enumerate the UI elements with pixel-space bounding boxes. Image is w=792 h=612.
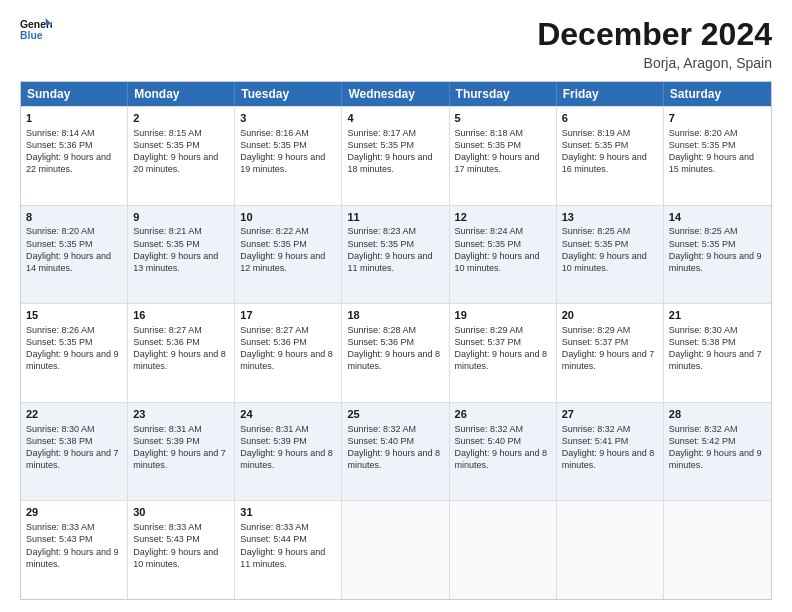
daylight-text: Daylight: 9 hours and 9 minutes. — [26, 547, 119, 569]
sunset-text: Sunset: 5:35 PM — [26, 239, 93, 249]
sunset-text: Sunset: 5:37 PM — [562, 337, 629, 347]
daylight-text: Daylight: 9 hours and 8 minutes. — [347, 448, 440, 470]
cell-2-sun: 8 Sunrise: 8:20 AM Sunset: 5:35 PM Dayli… — [21, 206, 128, 304]
daylight-text: Daylight: 9 hours and 17 minutes. — [455, 152, 540, 174]
daylight-text: Daylight: 9 hours and 13 minutes. — [133, 251, 218, 273]
cell-3-thu: 19 Sunrise: 8:29 AM Sunset: 5:37 PM Dayl… — [450, 304, 557, 402]
daylight-text: Daylight: 9 hours and 7 minutes. — [26, 448, 119, 470]
day-num: 19 — [455, 308, 551, 323]
sunrise-text: Sunrise: 8:23 AM — [347, 226, 416, 236]
cell-5-sat-empty — [664, 501, 771, 599]
sunrise-text: Sunrise: 8:28 AM — [347, 325, 416, 335]
sunrise-text: Sunrise: 8:19 AM — [562, 128, 631, 138]
daylight-text: Daylight: 9 hours and 7 minutes. — [133, 448, 226, 470]
day-num: 3 — [240, 111, 336, 126]
daylight-text: Daylight: 9 hours and 20 minutes. — [133, 152, 218, 174]
cell-2-wed: 11 Sunrise: 8:23 AM Sunset: 5:35 PM Dayl… — [342, 206, 449, 304]
cell-3-wed: 18 Sunrise: 8:28 AM Sunset: 5:36 PM Dayl… — [342, 304, 449, 402]
cell-5-fri-empty — [557, 501, 664, 599]
cell-2-fri: 13 Sunrise: 8:25 AM Sunset: 5:35 PM Dayl… — [557, 206, 664, 304]
sunset-text: Sunset: 5:35 PM — [347, 140, 414, 150]
day-num: 30 — [133, 505, 229, 520]
day-num: 20 — [562, 308, 658, 323]
sunrise-text: Sunrise: 8:25 AM — [562, 226, 631, 236]
sunset-text: Sunset: 5:36 PM — [240, 337, 307, 347]
cell-1-mon: 2 Sunrise: 8:15 AM Sunset: 5:35 PM Dayli… — [128, 107, 235, 205]
sunset-text: Sunset: 5:35 PM — [669, 239, 736, 249]
subtitle: Borja, Aragon, Spain — [537, 55, 772, 71]
daylight-text: Daylight: 9 hours and 10 minutes. — [133, 547, 218, 569]
daylight-text: Daylight: 9 hours and 19 minutes. — [240, 152, 325, 174]
daylight-text: Daylight: 9 hours and 8 minutes. — [240, 448, 333, 470]
cell-1-thu: 5 Sunrise: 8:18 AM Sunset: 5:35 PM Dayli… — [450, 107, 557, 205]
daylight-text: Daylight: 9 hours and 16 minutes. — [562, 152, 647, 174]
sunrise-text: Sunrise: 8:20 AM — [669, 128, 738, 138]
day-num: 27 — [562, 407, 658, 422]
day-num: 6 — [562, 111, 658, 126]
day-num: 12 — [455, 210, 551, 225]
daylight-text: Daylight: 9 hours and 10 minutes. — [562, 251, 647, 273]
sunset-text: Sunset: 5:39 PM — [133, 436, 200, 446]
cell-5-sun: 29 Sunrise: 8:33 AM Sunset: 5:43 PM Dayl… — [21, 501, 128, 599]
header-tuesday: Tuesday — [235, 82, 342, 106]
daylight-text: Daylight: 9 hours and 22 minutes. — [26, 152, 111, 174]
cal-row-5: 29 Sunrise: 8:33 AM Sunset: 5:43 PM Dayl… — [21, 500, 771, 599]
sunset-text: Sunset: 5:35 PM — [669, 140, 736, 150]
sunset-text: Sunset: 5:35 PM — [240, 239, 307, 249]
cell-2-tue: 10 Sunrise: 8:22 AM Sunset: 5:35 PM Dayl… — [235, 206, 342, 304]
cell-4-wed: 25 Sunrise: 8:32 AM Sunset: 5:40 PM Dayl… — [342, 403, 449, 501]
sunset-text: Sunset: 5:39 PM — [240, 436, 307, 446]
day-num: 24 — [240, 407, 336, 422]
calendar-header: Sunday Monday Tuesday Wednesday Thursday… — [21, 82, 771, 106]
daylight-text: Daylight: 9 hours and 11 minutes. — [240, 547, 325, 569]
sunrise-text: Sunrise: 8:27 AM — [240, 325, 309, 335]
daylight-text: Daylight: 9 hours and 7 minutes. — [669, 349, 762, 371]
sunset-text: Sunset: 5:44 PM — [240, 534, 307, 544]
day-num: 5 — [455, 111, 551, 126]
day-num: 15 — [26, 308, 122, 323]
day-num: 11 — [347, 210, 443, 225]
sunrise-text: Sunrise: 8:30 AM — [26, 424, 95, 434]
cal-row-1: 1 Sunrise: 8:14 AM Sunset: 5:36 PM Dayli… — [21, 106, 771, 205]
day-num: 29 — [26, 505, 122, 520]
cell-1-sat: 7 Sunrise: 8:20 AM Sunset: 5:35 PM Dayli… — [664, 107, 771, 205]
day-num: 14 — [669, 210, 766, 225]
daylight-text: Daylight: 9 hours and 7 minutes. — [562, 349, 655, 371]
cell-1-sun: 1 Sunrise: 8:14 AM Sunset: 5:36 PM Dayli… — [21, 107, 128, 205]
daylight-text: Daylight: 9 hours and 11 minutes. — [347, 251, 432, 273]
header-monday: Monday — [128, 82, 235, 106]
day-num: 2 — [133, 111, 229, 126]
cal-row-2: 8 Sunrise: 8:20 AM Sunset: 5:35 PM Dayli… — [21, 205, 771, 304]
sunrise-text: Sunrise: 8:29 AM — [562, 325, 631, 335]
sunrise-text: Sunrise: 8:16 AM — [240, 128, 309, 138]
header-saturday: Saturday — [664, 82, 771, 106]
day-num: 17 — [240, 308, 336, 323]
daylight-text: Daylight: 9 hours and 8 minutes. — [562, 448, 655, 470]
header: General Blue December 2024 Borja, Aragon… — [20, 16, 772, 71]
page: General Blue December 2024 Borja, Aragon… — [0, 0, 792, 612]
sunset-text: Sunset: 5:43 PM — [26, 534, 93, 544]
daylight-text: Daylight: 9 hours and 9 minutes. — [669, 251, 762, 273]
cell-3-tue: 17 Sunrise: 8:27 AM Sunset: 5:36 PM Dayl… — [235, 304, 342, 402]
daylight-text: Daylight: 9 hours and 9 minutes. — [26, 349, 119, 371]
sunset-text: Sunset: 5:36 PM — [133, 337, 200, 347]
sunrise-text: Sunrise: 8:15 AM — [133, 128, 202, 138]
sunrise-text: Sunrise: 8:32 AM — [669, 424, 738, 434]
daylight-text: Daylight: 9 hours and 14 minutes. — [26, 251, 111, 273]
cell-3-sat: 21 Sunrise: 8:30 AM Sunset: 5:38 PM Dayl… — [664, 304, 771, 402]
cal-row-4: 22 Sunrise: 8:30 AM Sunset: 5:38 PM Dayl… — [21, 402, 771, 501]
cell-5-thu-empty — [450, 501, 557, 599]
cell-1-wed: 4 Sunrise: 8:17 AM Sunset: 5:35 PM Dayli… — [342, 107, 449, 205]
daylight-text: Daylight: 9 hours and 8 minutes. — [133, 349, 226, 371]
sunrise-text: Sunrise: 8:32 AM — [562, 424, 631, 434]
sunrise-text: Sunrise: 8:18 AM — [455, 128, 524, 138]
sunset-text: Sunset: 5:35 PM — [455, 140, 522, 150]
header-wednesday: Wednesday — [342, 82, 449, 106]
daylight-text: Daylight: 9 hours and 15 minutes. — [669, 152, 754, 174]
sunrise-text: Sunrise: 8:26 AM — [26, 325, 95, 335]
day-num: 28 — [669, 407, 766, 422]
cell-4-sat: 28 Sunrise: 8:32 AM Sunset: 5:42 PM Dayl… — [664, 403, 771, 501]
daylight-text: Daylight: 9 hours and 8 minutes. — [455, 448, 548, 470]
day-num: 21 — [669, 308, 766, 323]
cell-2-sat: 14 Sunrise: 8:25 AM Sunset: 5:35 PM Dayl… — [664, 206, 771, 304]
